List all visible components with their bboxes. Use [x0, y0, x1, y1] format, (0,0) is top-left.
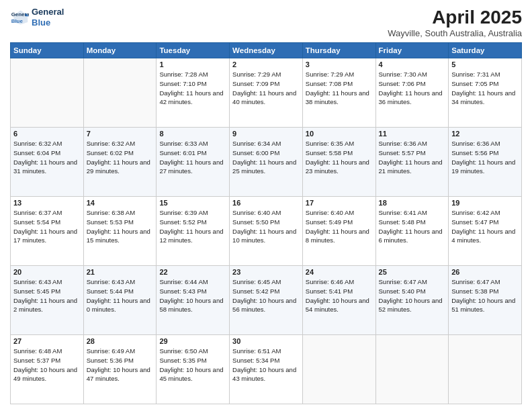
day-number: 7 — [87, 130, 154, 138]
calendar-cell: 11Sunrise: 6:36 AM Sunset: 5:57 PM Dayli… — [375, 128, 449, 197]
subtitle: Wayville, South Australia, Australia — [388, 28, 522, 38]
calendar-cell: 14Sunrise: 6:38 AM Sunset: 5:53 PM Dayli… — [83, 197, 157, 266]
calendar-cell: 4Sunrise: 7:30 AM Sunset: 7:06 PM Daylig… — [375, 58, 449, 128]
calendar-cell: 12Sunrise: 6:36 AM Sunset: 5:56 PM Dayli… — [449, 128, 522, 197]
day-info: Sunrise: 6:48 AM Sunset: 5:37 PM Dayligh… — [13, 347, 81, 383]
calendar-cell: 2Sunrise: 7:29 AM Sunset: 7:09 PM Daylig… — [230, 58, 303, 128]
day-info: Sunrise: 7:28 AM Sunset: 7:10 PM Dayligh… — [159, 70, 226, 107]
day-number: 10 — [306, 130, 373, 138]
day-info: Sunrise: 6:32 AM Sunset: 6:02 PM Dayligh… — [87, 139, 154, 176]
weekday-header-tuesday: Tuesday — [157, 43, 230, 58]
day-number: 12 — [451, 130, 519, 138]
svg-text:Blue: Blue — [11, 17, 24, 24]
day-info: Sunrise: 7:30 AM Sunset: 7:06 PM Dayligh… — [379, 70, 446, 107]
day-info: Sunrise: 6:51 AM Sunset: 5:34 PM Dayligh… — [232, 347, 300, 383]
calendar-cell — [449, 335, 522, 404]
calendar-cell: 23Sunrise: 6:45 AM Sunset: 5:42 PM Dayli… — [230, 266, 303, 335]
calendar-cell: 20Sunrise: 6:43 AM Sunset: 5:45 PM Dayli… — [11, 266, 84, 335]
day-number: 25 — [379, 268, 446, 276]
day-info: Sunrise: 6:39 AM Sunset: 5:52 PM Dayligh… — [159, 208, 226, 245]
day-number: 5 — [451, 60, 519, 68]
day-info: Sunrise: 6:46 AM Sunset: 5:41 PM Dayligh… — [306, 277, 373, 314]
calendar-cell: 3Sunrise: 7:29 AM Sunset: 7:08 PM Daylig… — [302, 58, 375, 128]
day-number: 14 — [87, 199, 154, 207]
day-info: Sunrise: 6:47 AM Sunset: 5:40 PM Dayligh… — [379, 277, 446, 314]
weekday-header-monday: Monday — [83, 43, 157, 58]
title-block: April 2025 Wayville, South Australia, Au… — [388, 7, 522, 38]
week-row-5: 27Sunrise: 6:48 AM Sunset: 5:37 PM Dayli… — [11, 335, 522, 404]
day-number: 13 — [13, 199, 81, 207]
day-number: 11 — [379, 130, 446, 138]
calendar-cell: 13Sunrise: 6:37 AM Sunset: 5:54 PM Dayli… — [11, 197, 84, 266]
day-number: 9 — [232, 130, 300, 138]
header: General Blue General Blue April 2025 Way… — [10, 7, 522, 38]
day-number: 23 — [232, 268, 300, 276]
calendar-cell: 19Sunrise: 6:42 AM Sunset: 5:47 PM Dayli… — [449, 197, 522, 266]
day-number: 18 — [379, 199, 446, 207]
calendar-cell: 24Sunrise: 6:46 AM Sunset: 5:41 PM Dayli… — [302, 266, 375, 335]
calendar-cell: 22Sunrise: 6:44 AM Sunset: 5:43 PM Dayli… — [157, 266, 230, 335]
weekday-header-row: SundayMondayTuesdayWednesdayThursdayFrid… — [11, 43, 522, 58]
day-number: 15 — [159, 199, 226, 207]
calendar-cell: 7Sunrise: 6:32 AM Sunset: 6:02 PM Daylig… — [83, 128, 157, 197]
calendar-cell: 27Sunrise: 6:48 AM Sunset: 5:37 PM Dayli… — [11, 335, 84, 404]
day-info: Sunrise: 6:32 AM Sunset: 6:04 PM Dayligh… — [13, 139, 81, 176]
calendar-cell: 26Sunrise: 6:47 AM Sunset: 5:38 PM Dayli… — [449, 266, 522, 335]
day-info: Sunrise: 6:45 AM Sunset: 5:42 PM Dayligh… — [232, 277, 300, 314]
day-info: Sunrise: 7:31 AM Sunset: 7:05 PM Dayligh… — [451, 70, 519, 107]
weekday-header-saturday: Saturday — [449, 43, 522, 58]
day-number: 1 — [159, 60, 226, 68]
day-info: Sunrise: 6:36 AM Sunset: 5:56 PM Dayligh… — [451, 139, 519, 176]
main-title: April 2025 — [388, 7, 522, 28]
day-info: Sunrise: 6:41 AM Sunset: 5:48 PM Dayligh… — [379, 208, 446, 245]
day-number: 4 — [379, 60, 446, 68]
day-info: Sunrise: 6:36 AM Sunset: 5:57 PM Dayligh… — [379, 139, 446, 176]
calendar-cell: 15Sunrise: 6:39 AM Sunset: 5:52 PM Dayli… — [157, 197, 230, 266]
week-row-2: 6Sunrise: 6:32 AM Sunset: 6:04 PM Daylig… — [11, 128, 522, 197]
day-info: Sunrise: 6:38 AM Sunset: 5:53 PM Dayligh… — [87, 208, 154, 245]
calendar-cell: 16Sunrise: 6:40 AM Sunset: 5:50 PM Dayli… — [230, 197, 303, 266]
calendar-table: SundayMondayTuesdayWednesdayThursdayFrid… — [10, 42, 522, 404]
day-number: 20 — [13, 268, 81, 276]
day-info: Sunrise: 6:49 AM Sunset: 5:36 PM Dayligh… — [87, 347, 154, 383]
weekday-header-sunday: Sunday — [11, 43, 84, 58]
day-number: 24 — [306, 268, 373, 276]
calendar-cell: 9Sunrise: 6:34 AM Sunset: 6:00 PM Daylig… — [230, 128, 303, 197]
logo-text: General Blue — [32, 7, 64, 28]
day-number: 19 — [451, 199, 519, 207]
weekday-header-friday: Friday — [375, 43, 449, 58]
day-info: Sunrise: 6:40 AM Sunset: 5:49 PM Dayligh… — [306, 208, 373, 245]
day-number: 8 — [159, 130, 226, 138]
day-number: 22 — [159, 268, 226, 276]
calendar-cell: 17Sunrise: 6:40 AM Sunset: 5:49 PM Dayli… — [302, 197, 375, 266]
day-info: Sunrise: 7:29 AM Sunset: 7:08 PM Dayligh… — [306, 70, 373, 107]
day-info: Sunrise: 6:43 AM Sunset: 5:44 PM Dayligh… — [87, 277, 154, 314]
weekday-header-wednesday: Wednesday — [230, 43, 303, 58]
day-number: 3 — [306, 60, 373, 68]
day-info: Sunrise: 6:33 AM Sunset: 6:01 PM Dayligh… — [159, 139, 226, 176]
calendar-cell — [83, 58, 157, 128]
calendar-cell: 10Sunrise: 6:35 AM Sunset: 5:58 PM Dayli… — [302, 128, 375, 197]
calendar-cell: 6Sunrise: 6:32 AM Sunset: 6:04 PM Daylig… — [11, 128, 84, 197]
day-info: Sunrise: 6:34 AM Sunset: 6:00 PM Dayligh… — [232, 139, 300, 176]
calendar-cell — [302, 335, 375, 404]
day-number: 17 — [306, 199, 373, 207]
day-info: Sunrise: 6:40 AM Sunset: 5:50 PM Dayligh… — [232, 208, 300, 245]
day-number: 29 — [159, 337, 226, 345]
calendar-cell — [375, 335, 449, 404]
day-number: 28 — [87, 337, 154, 345]
logo: General Blue General Blue — [10, 7, 64, 28]
day-number: 27 — [13, 337, 81, 345]
day-info: Sunrise: 6:43 AM Sunset: 5:45 PM Dayligh… — [13, 277, 81, 314]
week-row-1: 1Sunrise: 7:28 AM Sunset: 7:10 PM Daylig… — [11, 58, 522, 128]
calendar-cell: 1Sunrise: 7:28 AM Sunset: 7:10 PM Daylig… — [157, 58, 230, 128]
calendar-cell — [11, 58, 84, 128]
day-info: Sunrise: 6:50 AM Sunset: 5:35 PM Dayligh… — [159, 347, 226, 383]
page: General Blue General Blue April 2025 Way… — [0, 0, 532, 411]
calendar-cell: 28Sunrise: 6:49 AM Sunset: 5:36 PM Dayli… — [83, 335, 157, 404]
calendar-cell: 29Sunrise: 6:50 AM Sunset: 5:35 PM Dayli… — [157, 335, 230, 404]
day-number: 26 — [451, 268, 519, 276]
calendar-cell: 18Sunrise: 6:41 AM Sunset: 5:48 PM Dayli… — [375, 197, 449, 266]
logo-icon: General Blue — [10, 8, 29, 27]
day-info: Sunrise: 6:47 AM Sunset: 5:38 PM Dayligh… — [451, 277, 519, 314]
